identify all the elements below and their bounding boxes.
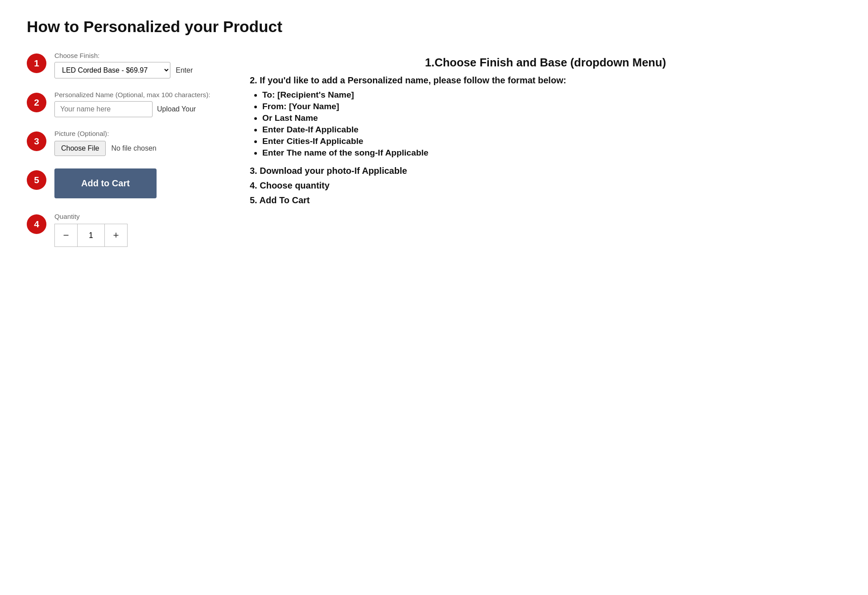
list-item: Enter Cities-If Applicable — [262, 136, 841, 146]
right-step4-heading: 4. Choose quantity — [250, 181, 841, 191]
step-1-select-row: LED Corded Base - $69.97 LED Battery Bas… — [54, 62, 214, 78]
step-3-row: 3 Picture (Optional): Choose File No fil… — [27, 130, 214, 156]
quantity-value: 1 — [78, 224, 104, 247]
right-step2-heading: 2. If you'd like to add a Personalized n… — [250, 75, 841, 86]
list-item: To: [Recipient's Name] — [262, 90, 841, 100]
step-1-badge: 1 — [27, 53, 46, 73]
step-3-content: Picture (Optional): Choose File No file … — [54, 130, 214, 156]
choose-file-button[interactable]: Choose File — [54, 141, 106, 156]
step-2-row: 2 Personalized Name (Optional, max 100 c… — [27, 91, 214, 117]
right-step2-list: To: [Recipient's Name] From: [Your Name]… — [250, 90, 841, 158]
right-column: 1.Choose Finish and Base (dropdown Menu)… — [250, 52, 841, 210]
add-to-cart-button[interactable]: Add to Cart — [54, 168, 157, 198]
main-layout: 1 Choose Finish: LED Corded Base - $69.9… — [27, 52, 841, 259]
enter-label: Enter — [176, 66, 193, 74]
step-3-label: Picture (Optional): — [54, 130, 214, 137]
quantity-row: − 1 + — [54, 224, 214, 247]
finish-dropdown[interactable]: LED Corded Base - $69.97 LED Battery Bas… — [54, 62, 170, 78]
file-row: Choose File No file chosen — [54, 141, 214, 156]
quantity-label: Quantity — [54, 213, 214, 220]
step-2-content: Personalized Name (Optional, max 100 cha… — [54, 91, 214, 117]
step-4-row: 4 Quantity − 1 + — [27, 213, 214, 247]
step-1-label: Choose Finish: — [54, 52, 214, 59]
step-2-badge: 2 — [27, 93, 46, 112]
step-5-content: Add to Cart — [54, 168, 214, 200]
step-1-content: Choose Finish: LED Corded Base - $69.97 … — [54, 52, 214, 78]
list-item: Enter Date-If Applicable — [262, 125, 841, 135]
personalized-name-input[interactable] — [54, 101, 153, 117]
right-step5-heading: 5. Add To Cart — [250, 195, 841, 205]
step-3-badge: 3 — [27, 131, 46, 151]
step-4-content: Quantity − 1 + — [54, 213, 214, 247]
step-5-row: 5 Add to Cart — [27, 168, 214, 200]
quantity-increase-button[interactable]: + — [104, 224, 128, 247]
list-item: From: [Your Name] — [262, 102, 841, 111]
step-2-name-row: Upload Your — [54, 101, 214, 117]
list-item: Or Last Name — [262, 113, 841, 123]
step-5-badge: 5 — [27, 170, 46, 190]
page-title: How to Personalized your Product — [27, 18, 841, 36]
step-4-badge: 4 — [27, 214, 46, 234]
step-2-label: Personalized Name (Optional, max 100 cha… — [54, 91, 214, 98]
step-1-row: 1 Choose Finish: LED Corded Base - $69.9… — [27, 52, 214, 78]
left-column: 1 Choose Finish: LED Corded Base - $69.9… — [27, 52, 214, 259]
quantity-decrease-button[interactable]: − — [54, 224, 78, 247]
no-file-text: No file chosen — [111, 144, 156, 152]
right-step3-heading: 3. Download your photo-If Applicable — [250, 166, 841, 176]
right-step1-heading: 1.Choose Finish and Base (dropdown Menu) — [250, 56, 841, 69]
list-item: Enter The name of the song-If Applicable — [262, 148, 841, 158]
upload-label: Upload Your — [157, 105, 196, 113]
